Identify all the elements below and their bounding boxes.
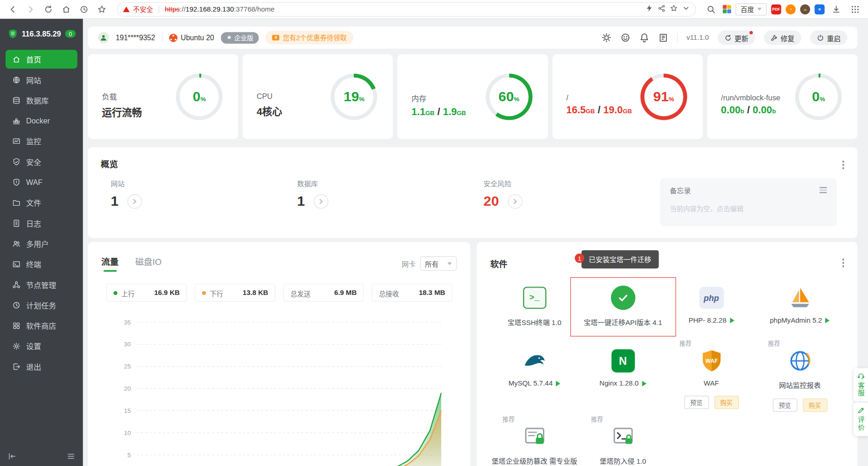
theme-sun-icon[interactable] bbox=[602, 33, 612, 43]
root-disk-gauge: 91% bbox=[640, 74, 687, 120]
overview-security-risks: 安全风险 20 bbox=[474, 178, 660, 226]
username[interactable]: 191****9352 bbox=[116, 33, 155, 42]
terminal-icon bbox=[12, 260, 20, 268]
sidebar-item-terminal[interactable]: 终端 bbox=[6, 255, 77, 274]
refresh-icon[interactable] bbox=[41, 2, 55, 16]
message-count-badge[interactable]: 0 bbox=[65, 30, 76, 38]
sidebar-item-settings[interactable]: 设置 bbox=[6, 337, 77, 356]
home-icon[interactable] bbox=[59, 2, 74, 16]
stats-row: 负载 运行流畅 0% CPU 4核心 19% bbox=[88, 54, 857, 139]
sidebar-item-docker[interactable]: Docker bbox=[6, 111, 77, 130]
tab-diskio[interactable]: 磁盘IO bbox=[135, 255, 161, 272]
logout-icon bbox=[12, 362, 20, 371]
sidebar-item-appstore[interactable]: 软件商店 bbox=[6, 316, 77, 335]
extensions-menu-icon[interactable] bbox=[848, 2, 862, 16]
customer-service-button[interactable]: 客服 bbox=[854, 368, 868, 402]
software-item-nginx[interactable]: N Nginx 1.28.0 bbox=[579, 339, 667, 414]
repair-button[interactable]: 修复 bbox=[764, 31, 801, 45]
cpu-card[interactable]: CPU 4核心 19% bbox=[243, 54, 393, 139]
memo-panel[interactable]: 备忘录 当前内容为空，点击编辑 bbox=[660, 178, 837, 226]
overview-menu-icon[interactable] bbox=[840, 158, 846, 171]
waf-preview-button[interactable]: 预览 bbox=[684, 396, 708, 409]
restart-button[interactable]: 重启 bbox=[810, 31, 848, 45]
search-icon[interactable] bbox=[704, 2, 718, 16]
load-card[interactable]: 负载 运行流畅 0% bbox=[88, 54, 238, 139]
collapse-sidebar-icon[interactable] bbox=[8, 452, 16, 460]
tab-traffic[interactable]: 流量 bbox=[101, 255, 118, 272]
edition-badge[interactable]: 企业版 bbox=[221, 32, 259, 43]
url-text: https://192.168.29.130:37768/home bbox=[165, 5, 642, 13]
software-item-intrusion-protect[interactable]: 推荐 堡塔防入侵 1.0 bbox=[579, 415, 667, 466]
software-menu-icon[interactable] bbox=[840, 256, 846, 269]
sidebar-item-home[interactable]: 首页 bbox=[6, 50, 77, 69]
vmblock-disk-card[interactable]: /run/vmblock-fuse 0.00b / 0.00b 0% bbox=[707, 54, 857, 139]
software-item-php[interactable]: php PHP- 8.2.28 bbox=[667, 277, 756, 337]
panel-version[interactable]: v11.1.0 bbox=[687, 34, 709, 42]
clock-extension-icon[interactable]: ◔ bbox=[786, 4, 796, 14]
report-buy-button[interactable]: 购买 bbox=[803, 399, 827, 412]
memory-card[interactable]: 内存 1.1GB / 1.9GB 60% bbox=[398, 54, 548, 139]
report-preview-button[interactable]: 预览 bbox=[773, 399, 797, 412]
coupon-promo[interactable]: ¥您有2个优惠券待领取 bbox=[265, 31, 353, 44]
notifications-bell-icon[interactable] bbox=[639, 33, 649, 43]
quick-access-flash-icon[interactable] bbox=[646, 4, 653, 14]
share-node-icon[interactable] bbox=[658, 4, 665, 14]
history-icon[interactable] bbox=[77, 2, 91, 16]
update-button[interactable]: 更新 bbox=[718, 31, 755, 45]
review-button[interactable]: 评价 bbox=[854, 402, 868, 436]
installed-tooltip: 已安装宝塔一件迁移 bbox=[581, 250, 659, 269]
recommend-tag: 推荐 bbox=[591, 415, 603, 425]
software-item-tamper-proof[interactable]: 推荐 堡塔企业级防篡改 需专业版 bbox=[490, 415, 579, 466]
app-grid-icon bbox=[12, 321, 20, 330]
address-bar[interactable]: 不安全 https://192.168.29.130:37768/home bbox=[117, 2, 696, 16]
software-item-monitor-report[interactable]: 推荐 网站监控报表 预览 购买 bbox=[756, 339, 844, 414]
software-item-ssh-terminal[interactable]: >_ 宝塔SSH终端 1.0 bbox=[490, 277, 579, 337]
sidebar-item-nodes[interactable]: 节点管理 bbox=[6, 275, 77, 294]
software-item-migration[interactable]: 宝塔一键迁移API版本 4.1 bbox=[579, 277, 667, 337]
menu-list-icon[interactable] bbox=[67, 452, 75, 460]
installed-count-badge: 1 bbox=[575, 253, 584, 263]
bookmark-star-icon[interactable] bbox=[670, 4, 678, 14]
pdf-extension-icon[interactable]: PDF bbox=[771, 4, 782, 14]
nic-select[interactable]: 所有 bbox=[420, 256, 456, 270]
root-disk-card[interactable]: / 16.5GB / 19.0GB 91% bbox=[552, 54, 702, 139]
sidebar-item-waf[interactable]: WAF bbox=[6, 173, 77, 192]
memo-menu-icon[interactable] bbox=[819, 187, 827, 193]
user-avatar[interactable] bbox=[98, 32, 109, 43]
sidebar-item-files[interactable]: 文件 bbox=[6, 193, 77, 212]
sidebar-item-cron[interactable]: 计划任务 bbox=[6, 295, 77, 314]
chevron-down-icon[interactable] bbox=[682, 4, 690, 14]
mysql-dolphin-icon bbox=[522, 349, 547, 373]
databases-chevron-button[interactable] bbox=[314, 194, 328, 208]
waf-buy-button[interactable]: 购买 bbox=[714, 396, 739, 409]
running-indicator-icon bbox=[825, 318, 830, 323]
svg-text:25: 25 bbox=[124, 363, 131, 370]
nodes-icon bbox=[12, 280, 20, 288]
recommend-tag: 推荐 bbox=[768, 339, 780, 349]
sidebar-item-database[interactable]: 数据库 bbox=[6, 91, 77, 110]
software-item-waf[interactable]: 推荐 WAF WAF 预览 购买 bbox=[667, 339, 756, 414]
websites-chevron-button[interactable] bbox=[127, 194, 142, 208]
sidebar: 116.3.85.29 0 首页 网站 数据库 Docker bbox=[0, 19, 83, 466]
downloads-icon[interactable] bbox=[829, 2, 843, 16]
gear-icon bbox=[12, 342, 20, 350]
favorites-star-icon[interactable] bbox=[95, 2, 109, 16]
sidebar-item-website[interactable]: 网站 bbox=[6, 70, 77, 89]
baidu-search-box[interactable]: 百度 bbox=[736, 3, 767, 15]
crop-extension-icon[interactable]: ⌗ bbox=[814, 4, 825, 14]
sidebar-item-monitor[interactable]: 监控 bbox=[6, 132, 77, 151]
back-icon[interactable] bbox=[6, 2, 20, 16]
security-risks-chevron-button[interactable] bbox=[508, 194, 522, 208]
sidebar-item-logs[interactable]: 日志 bbox=[6, 214, 77, 233]
sidebar-item-multiuser[interactable]: 多用户 bbox=[6, 234, 77, 253]
software-item-phpmyadmin[interactable]: phpMyAdmin 5.2 bbox=[756, 277, 844, 337]
coffee-extension-icon[interactable]: ☕ bbox=[800, 4, 810, 14]
up-dot-icon bbox=[113, 291, 117, 294]
feedback-face-icon[interactable] bbox=[620, 33, 630, 43]
notes-clipboard-icon[interactable] bbox=[658, 33, 668, 43]
forward-icon[interactable] bbox=[24, 2, 38, 16]
sidebar-item-security[interactable]: 安全 bbox=[6, 152, 77, 171]
sidebar-item-logout[interactable]: 退出 bbox=[6, 357, 77, 376]
software-item-mysql[interactable]: MySQL 5.7.44 bbox=[490, 339, 579, 414]
apps-grid-icon[interactable] bbox=[723, 5, 731, 13]
